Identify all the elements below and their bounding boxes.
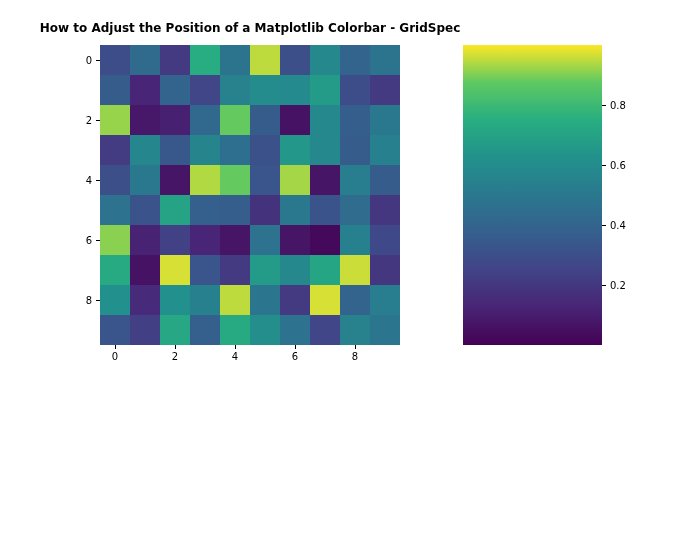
heatmap-cell [310, 195, 340, 225]
heatmap-cell [160, 105, 190, 135]
heatmap-cell [250, 45, 280, 75]
heatmap-cell [370, 255, 400, 285]
colorbar-tick-mark [602, 165, 606, 166]
heatmap-cell [160, 315, 190, 345]
heatmap-cell [280, 45, 310, 75]
heatmap-cell [130, 315, 160, 345]
heatmap-cell [190, 195, 220, 225]
heatmap-cell [250, 285, 280, 315]
heatmap-cell [310, 255, 340, 285]
heatmap-cell [100, 165, 130, 195]
heatmap-cell [250, 135, 280, 165]
heatmap-cell [220, 255, 250, 285]
heatmap-cell [130, 105, 160, 135]
heatmap-cell [340, 165, 370, 195]
heatmap-cell [130, 195, 160, 225]
heatmap-cell [190, 255, 220, 285]
heatmap-cell [340, 195, 370, 225]
heatmap-cell [130, 75, 160, 105]
heatmap-cell [100, 255, 130, 285]
heatmap-cell [370, 135, 400, 165]
heatmap-cell [100, 225, 130, 255]
heatmap-cell [310, 225, 340, 255]
heatmap-cell [100, 315, 130, 345]
heatmap-cell [220, 165, 250, 195]
heatmap-cell [130, 45, 160, 75]
heatmap-cell [250, 105, 280, 135]
heatmap-cell [310, 75, 340, 105]
heatmap-cell [280, 255, 310, 285]
y-tick-mark [96, 60, 100, 61]
heatmap-cell [190, 225, 220, 255]
heatmap-cell [190, 315, 220, 345]
x-tick-mark [175, 345, 176, 349]
heatmap-cell [370, 315, 400, 345]
heatmap-cell [310, 285, 340, 315]
heatmap-cell [250, 315, 280, 345]
heatmap-cell [310, 315, 340, 345]
y-tick-mark [96, 180, 100, 181]
heatmap-cell [280, 285, 310, 315]
heatmap-cell [310, 45, 340, 75]
chart-title: How to Adjust the Position of a Matplotl… [40, 21, 461, 35]
heatmap-cell [160, 45, 190, 75]
heatmap-cell [310, 135, 340, 165]
x-tick-label: 0 [112, 351, 118, 362]
colorbar-tick-mark [602, 105, 606, 106]
heatmap-cell [250, 75, 280, 105]
heatmap-cell [190, 45, 220, 75]
x-tick-mark [115, 345, 116, 349]
heatmap-cell [340, 285, 370, 315]
colorbar-tick-label: 0.8 [610, 100, 626, 111]
y-tick-label: 6 [86, 235, 92, 246]
heatmap-cell [130, 225, 160, 255]
y-tick-mark [96, 300, 100, 301]
heatmap-cell [220, 45, 250, 75]
x-tick-label: 2 [172, 351, 178, 362]
heatmap-cell [250, 225, 280, 255]
x-tick-label: 8 [352, 351, 358, 362]
y-tick-label: 8 [86, 295, 92, 306]
heatmap-cell [280, 195, 310, 225]
heatmap-cell [190, 75, 220, 105]
heatmap-cell [100, 285, 130, 315]
heatmap-cell [370, 105, 400, 135]
heatmap-cell [340, 105, 370, 135]
heatmap-cell [130, 165, 160, 195]
heatmap-cell [280, 105, 310, 135]
heatmap-cell [160, 135, 190, 165]
colorbar-tick-mark [602, 225, 606, 226]
heatmap-cell [310, 105, 340, 135]
colorbar-tick-mark [602, 285, 606, 286]
heatmap-cell [250, 255, 280, 285]
heatmap-cell [130, 135, 160, 165]
heatmap-cell [250, 165, 280, 195]
heatmap-cell [280, 165, 310, 195]
heatmap-cell [370, 45, 400, 75]
heatmap-cell [340, 315, 370, 345]
heatmap-cell [340, 225, 370, 255]
heatmap-cell [220, 195, 250, 225]
heatmap-cell [340, 135, 370, 165]
heatmap-cell [370, 75, 400, 105]
y-tick-label: 2 [86, 115, 92, 126]
heatmap-cell [190, 105, 220, 135]
heatmap-cell [220, 225, 250, 255]
heatmap-cell [340, 255, 370, 285]
heatmap-cell [220, 315, 250, 345]
heatmap-cell [190, 285, 220, 315]
y-tick-mark [96, 120, 100, 121]
x-tick-label: 4 [232, 351, 238, 362]
heatmap-cell [280, 315, 310, 345]
heatmap-cell [160, 285, 190, 315]
heatmap-cell [370, 165, 400, 195]
heatmap-cell [130, 285, 160, 315]
heatmap-cell [190, 165, 220, 195]
heatmap-cell [280, 225, 310, 255]
heatmap-cell [160, 225, 190, 255]
heatmap-cell [280, 135, 310, 165]
y-tick-label: 0 [86, 55, 92, 66]
heatmap-cell [340, 75, 370, 105]
heatmap-cell [160, 75, 190, 105]
x-tick-mark [355, 345, 356, 349]
